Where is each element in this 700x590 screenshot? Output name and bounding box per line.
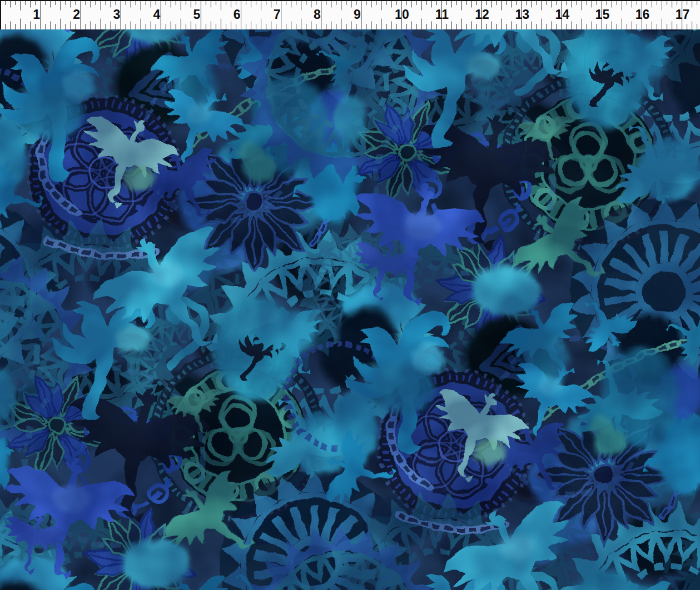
svg-text:13: 13 <box>515 7 529 22</box>
svg-text:2: 2 <box>73 7 80 22</box>
svg-text:16: 16 <box>636 7 650 22</box>
svg-text:6: 6 <box>234 7 241 22</box>
svg-text:17: 17 <box>676 7 690 22</box>
svg-text:1: 1 <box>33 7 40 22</box>
svg-text:5: 5 <box>193 7 201 22</box>
svg-text:8: 8 <box>314 7 321 22</box>
svg-text:12: 12 <box>475 7 489 22</box>
svg-text:4: 4 <box>153 7 161 22</box>
svg-text:3: 3 <box>113 7 120 22</box>
svg-text:11: 11 <box>435 7 449 22</box>
svg-text:7: 7 <box>274 7 281 22</box>
svg-text:15: 15 <box>595 7 610 22</box>
svg-text:14: 14 <box>555 7 570 22</box>
svg-text:9: 9 <box>354 7 361 22</box>
svg-text:10: 10 <box>395 7 409 22</box>
